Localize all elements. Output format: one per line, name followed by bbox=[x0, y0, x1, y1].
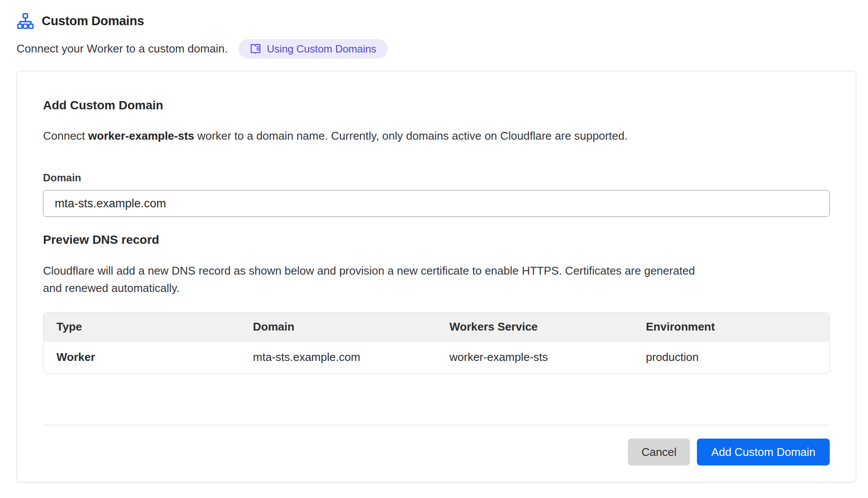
cell-workers-service: worker-example-sts bbox=[436, 341, 633, 373]
docs-link-label: Using Custom Domains bbox=[267, 43, 376, 55]
docs-link-badge[interactable]: Using Custom Domains bbox=[238, 39, 388, 59]
cell-environment: production bbox=[633, 341, 830, 373]
sitemap-icon bbox=[17, 12, 34, 30]
column-header-domain: Domain bbox=[240, 313, 437, 341]
domain-input[interactable] bbox=[43, 190, 830, 217]
column-header-environment: Environment bbox=[633, 313, 830, 341]
preview-dns-description: Cloudflare will add a new DNS record as … bbox=[43, 262, 699, 297]
column-header-type: Type bbox=[43, 313, 240, 341]
add-custom-domain-button[interactable]: Add Custom Domain bbox=[697, 439, 830, 465]
subtitle-row: Connect your Worker to a custom domain. … bbox=[17, 39, 851, 59]
footer-divider bbox=[43, 425, 830, 426]
page-title: Custom Domains bbox=[42, 14, 144, 28]
card-actions: Cancel Add Custom Domain bbox=[43, 439, 830, 465]
table-header-row: Type Domain Workers Service Environment bbox=[43, 313, 829, 341]
domain-field-label: Domain bbox=[43, 172, 830, 184]
intro-suffix: worker to a domain name. Currently, only… bbox=[194, 129, 627, 142]
cell-domain: mta-sts.example.com bbox=[240, 341, 437, 373]
page-subtitle: Connect your Worker to a custom domain. bbox=[17, 42, 228, 56]
cancel-button[interactable]: Cancel bbox=[628, 439, 690, 465]
dns-preview-table: Type Domain Workers Service Environment … bbox=[43, 312, 830, 374]
card-heading: Add Custom Domain bbox=[43, 98, 830, 113]
add-custom-domain-card: Add Custom Domain Connect worker-example… bbox=[17, 71, 856, 482]
preview-dns-heading: Preview DNS record bbox=[43, 233, 830, 247]
column-header-workers-service: Workers Service bbox=[436, 313, 633, 341]
intro-text: Connect worker-example-sts worker to a d… bbox=[43, 129, 830, 142]
page-header: Custom Domains bbox=[17, 12, 851, 30]
cell-type: Worker bbox=[43, 341, 240, 373]
table-row: Worker mta-sts.example.com worker-exampl… bbox=[43, 341, 829, 373]
intro-prefix: Connect bbox=[43, 129, 88, 142]
custom-domains-page: Custom Domains Connect your Worker to a … bbox=[0, 0, 868, 482]
worker-name: worker-example-sts bbox=[88, 129, 194, 142]
book-icon bbox=[250, 43, 261, 55]
